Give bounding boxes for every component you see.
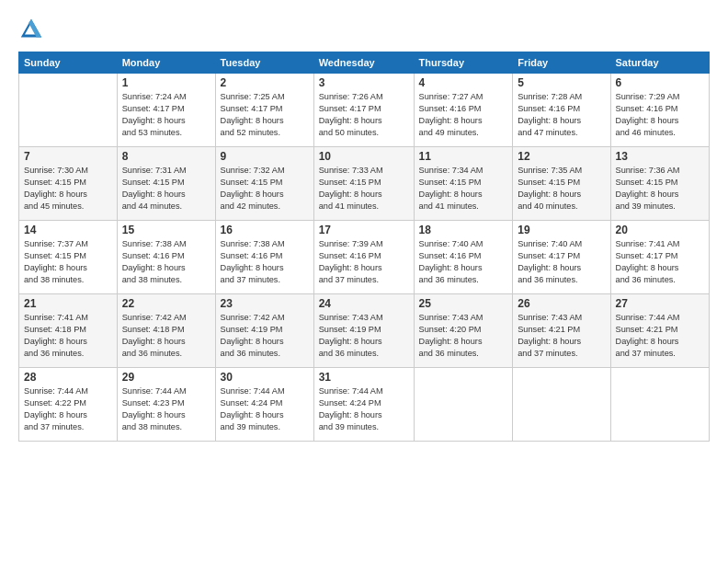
calendar-cell: 26Sunrise: 7:43 AMSunset: 4:21 PMDayligh… [513, 294, 610, 368]
calendar-cell [610, 368, 709, 442]
day-info: Sunrise: 7:37 AMSunset: 4:15 PMDaylight:… [24, 238, 112, 286]
day-number: 2 [221, 76, 309, 89]
day-header-sunday: Sunday [19, 52, 118, 74]
day-info: Sunrise: 7:39 AMSunset: 4:16 PMDaylight:… [319, 238, 409, 286]
day-number: 25 [419, 297, 508, 310]
day-header-wednesday: Wednesday [313, 52, 414, 74]
day-info: Sunrise: 7:42 AMSunset: 4:18 PMDaylight:… [122, 312, 210, 360]
week-row-3: 21Sunrise: 7:41 AMSunset: 4:18 PMDayligh… [19, 294, 710, 368]
logo [18, 17, 48, 42]
calendar-cell: 22Sunrise: 7:42 AMSunset: 4:18 PMDayligh… [117, 294, 215, 368]
day-number: 11 [419, 150, 508, 163]
day-info: Sunrise: 7:38 AMSunset: 4:16 PMDaylight:… [122, 238, 210, 286]
day-info: Sunrise: 7:35 AMSunset: 4:15 PMDaylight:… [518, 165, 605, 213]
day-info: Sunrise: 7:43 AMSunset: 4:20 PMDaylight:… [419, 312, 508, 360]
calendar-table: SundayMondayTuesdayWednesdayThursdayFrid… [18, 52, 710, 442]
calendar-cell: 11Sunrise: 7:34 AMSunset: 4:15 PMDayligh… [414, 147, 513, 221]
day-number: 12 [518, 150, 605, 163]
calendar-cell: 19Sunrise: 7:40 AMSunset: 4:17 PMDayligh… [513, 221, 610, 294]
day-info: Sunrise: 7:29 AMSunset: 4:16 PMDaylight:… [616, 91, 704, 139]
calendar-cell: 6Sunrise: 7:29 AMSunset: 4:16 PMDaylight… [610, 74, 709, 147]
day-info: Sunrise: 7:38 AMSunset: 4:16 PMDaylight:… [221, 238, 309, 286]
calendar-cell: 10Sunrise: 7:33 AMSunset: 4:15 PMDayligh… [313, 147, 414, 221]
calendar-cell: 31Sunrise: 7:44 AMSunset: 4:24 PMDayligh… [313, 368, 414, 442]
day-number: 20 [616, 224, 704, 236]
day-number: 15 [122, 224, 210, 236]
day-number: 24 [319, 297, 409, 310]
day-header-friday: Friday [513, 52, 610, 74]
day-number: 5 [518, 76, 605, 89]
calendar-cell: 3Sunrise: 7:26 AMSunset: 4:17 PMDaylight… [313, 74, 414, 147]
calendar-cell: 17Sunrise: 7:39 AMSunset: 4:16 PMDayligh… [313, 221, 414, 294]
calendar-cell: 1Sunrise: 7:24 AMSunset: 4:17 PMDaylight… [117, 74, 215, 147]
calendar-cell: 14Sunrise: 7:37 AMSunset: 4:15 PMDayligh… [19, 221, 118, 294]
calendar-cell: 23Sunrise: 7:42 AMSunset: 4:19 PMDayligh… [215, 294, 313, 368]
calendar-cell: 4Sunrise: 7:27 AMSunset: 4:16 PMDaylight… [414, 74, 513, 147]
week-row-2: 14Sunrise: 7:37 AMSunset: 4:15 PMDayligh… [19, 221, 710, 294]
day-info: Sunrise: 7:28 AMSunset: 4:16 PMDaylight:… [518, 91, 605, 139]
day-number: 17 [319, 224, 409, 236]
day-number: 31 [319, 371, 409, 384]
day-info: Sunrise: 7:33 AMSunset: 4:15 PMDaylight:… [319, 165, 409, 213]
day-info: Sunrise: 7:26 AMSunset: 4:17 PMDaylight:… [319, 91, 409, 139]
day-info: Sunrise: 7:32 AMSunset: 4:15 PMDaylight:… [221, 165, 309, 213]
day-number: 27 [616, 297, 704, 310]
day-number: 26 [518, 297, 605, 310]
calendar-cell: 24Sunrise: 7:43 AMSunset: 4:19 PMDayligh… [313, 294, 414, 368]
calendar-cell: 13Sunrise: 7:36 AMSunset: 4:15 PMDayligh… [610, 147, 709, 221]
calendar-cell: 16Sunrise: 7:38 AMSunset: 4:16 PMDayligh… [215, 221, 313, 294]
day-info: Sunrise: 7:44 AMSunset: 4:22 PMDaylight:… [24, 385, 112, 433]
calendar-body: 1Sunrise: 7:24 AMSunset: 4:17 PMDaylight… [19, 74, 710, 442]
logo-icon [18, 17, 44, 42]
day-number: 23 [221, 297, 309, 310]
header-row: SundayMondayTuesdayWednesdayThursdayFrid… [19, 52, 710, 74]
day-header-thursday: Thursday [414, 52, 513, 74]
day-info: Sunrise: 7:42 AMSunset: 4:19 PMDaylight:… [221, 312, 309, 360]
day-number: 13 [616, 150, 704, 163]
day-info: Sunrise: 7:41 AMSunset: 4:17 PMDaylight:… [616, 238, 704, 286]
day-header-monday: Monday [117, 52, 215, 74]
day-number: 29 [122, 371, 210, 384]
day-number: 8 [122, 150, 210, 163]
day-number: 18 [419, 224, 508, 236]
day-info: Sunrise: 7:36 AMSunset: 4:15 PMDaylight:… [616, 165, 704, 213]
day-info: Sunrise: 7:44 AMSunset: 4:24 PMDaylight:… [319, 385, 409, 433]
day-number: 4 [419, 76, 508, 89]
day-number: 16 [221, 224, 309, 236]
calendar-cell: 25Sunrise: 7:43 AMSunset: 4:20 PMDayligh… [414, 294, 513, 368]
day-number: 10 [319, 150, 409, 163]
calendar-cell: 29Sunrise: 7:44 AMSunset: 4:23 PMDayligh… [117, 368, 215, 442]
day-number: 21 [24, 297, 112, 310]
day-info: Sunrise: 7:24 AMSunset: 4:17 PMDaylight:… [122, 91, 210, 139]
day-number: 1 [122, 76, 210, 89]
calendar-cell: 27Sunrise: 7:44 AMSunset: 4:21 PMDayligh… [610, 294, 709, 368]
day-info: Sunrise: 7:41 AMSunset: 4:18 PMDaylight:… [24, 312, 112, 360]
day-info: Sunrise: 7:44 AMSunset: 4:23 PMDaylight:… [122, 385, 210, 433]
calendar-cell: 9Sunrise: 7:32 AMSunset: 4:15 PMDaylight… [215, 147, 313, 221]
calendar-cell [513, 368, 610, 442]
week-row-0: 1Sunrise: 7:24 AMSunset: 4:17 PMDaylight… [19, 74, 710, 147]
calendar-cell: 2Sunrise: 7:25 AMSunset: 4:17 PMDaylight… [215, 74, 313, 147]
day-info: Sunrise: 7:44 AMSunset: 4:21 PMDaylight:… [616, 312, 704, 360]
day-info: Sunrise: 7:43 AMSunset: 4:19 PMDaylight:… [319, 312, 409, 360]
day-number: 28 [24, 371, 112, 384]
header [18, 17, 710, 42]
page: SundayMondayTuesdayWednesdayThursdayFrid… [0, 0, 728, 563]
day-number: 30 [221, 371, 309, 384]
day-info: Sunrise: 7:43 AMSunset: 4:21 PMDaylight:… [518, 312, 605, 360]
day-number: 7 [24, 150, 112, 163]
day-number: 3 [319, 76, 409, 89]
calendar-cell: 28Sunrise: 7:44 AMSunset: 4:22 PMDayligh… [19, 368, 118, 442]
calendar-cell: 21Sunrise: 7:41 AMSunset: 4:18 PMDayligh… [19, 294, 118, 368]
day-info: Sunrise: 7:30 AMSunset: 4:15 PMDaylight:… [24, 165, 112, 213]
day-info: Sunrise: 7:25 AMSunset: 4:17 PMDaylight:… [221, 91, 309, 139]
day-number: 9 [221, 150, 309, 163]
day-number: 22 [122, 297, 210, 310]
calendar-cell: 7Sunrise: 7:30 AMSunset: 4:15 PMDaylight… [19, 147, 118, 221]
calendar-cell: 30Sunrise: 7:44 AMSunset: 4:24 PMDayligh… [215, 368, 313, 442]
day-info: Sunrise: 7:31 AMSunset: 4:15 PMDaylight:… [122, 165, 210, 213]
day-info: Sunrise: 7:34 AMSunset: 4:15 PMDaylight:… [419, 165, 508, 213]
calendar-cell: 8Sunrise: 7:31 AMSunset: 4:15 PMDaylight… [117, 147, 215, 221]
calendar-cell [414, 368, 513, 442]
day-header-tuesday: Tuesday [215, 52, 313, 74]
